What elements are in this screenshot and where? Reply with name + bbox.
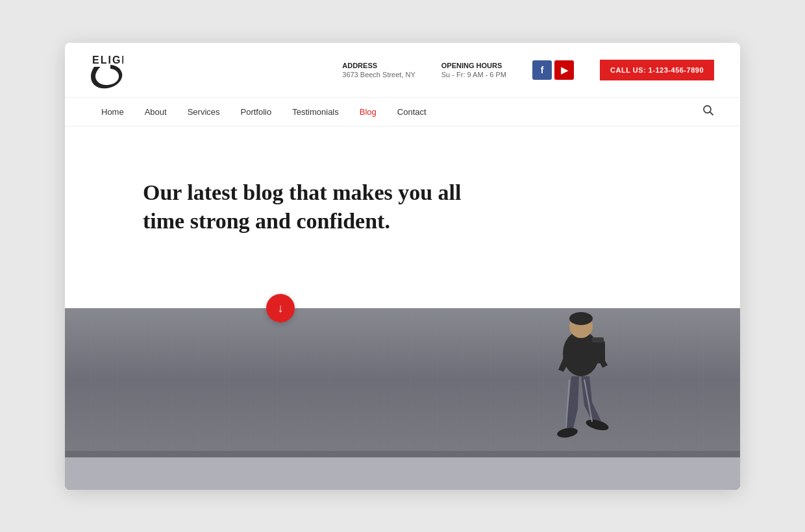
- nav-link-home[interactable]: Home: [91, 98, 134, 126]
- nav-link-contact[interactable]: Contact: [387, 98, 437, 126]
- nav-item-blog[interactable]: Blog: [349, 98, 387, 126]
- nav-link-services[interactable]: Services: [177, 98, 230, 126]
- address-label: Address: [342, 62, 415, 69]
- logo-area: ELIGHT: [91, 51, 127, 90]
- svg-rect-7: [592, 337, 604, 343]
- nav-link-portfolio[interactable]: Portfolio: [230, 98, 282, 126]
- nav-item-contact[interactable]: Contact: [387, 98, 437, 126]
- nav-item-services[interactable]: Services: [177, 98, 230, 126]
- hero-section: Our latest blog that makes you all time …: [65, 127, 740, 308]
- svg-point-5: [569, 312, 593, 325]
- logo-icon: ELIGHT: [91, 51, 123, 90]
- address-value: 3673 Beech Street, NY: [342, 71, 415, 79]
- hours-label: Opening Hours: [441, 62, 506, 69]
- nav-item-about[interactable]: About: [134, 98, 177, 126]
- nav-menu: Home About Services Portfolio Testimonia…: [91, 98, 437, 126]
- social-icons: f ▶: [532, 60, 574, 80]
- hours-block: Opening Hours Su - Fr: 9 AM - 6 PM: [441, 62, 506, 79]
- browser-window: ELIGHT Address 3673 Beech Street, NY Ope…: [65, 43, 740, 490]
- nav-link-blog[interactable]: Blog: [349, 98, 387, 126]
- svg-line-2: [710, 112, 713, 115]
- facebook-button[interactable]: f: [532, 60, 552, 80]
- search-icon[interactable]: [702, 104, 714, 119]
- navbar: Home About Services Portfolio Testimonia…: [65, 98, 740, 127]
- hours-value: Su - Fr: 9 AM - 6 PM: [441, 71, 506, 79]
- nav-link-about[interactable]: About: [134, 98, 177, 126]
- hero-image-section: [65, 308, 740, 490]
- address-block: Address 3673 Beech Street, NY: [342, 62, 415, 79]
- svg-point-8: [556, 426, 578, 439]
- scroll-down-button[interactable]: ↓: [266, 294, 295, 322]
- nav-item-home[interactable]: Home: [91, 98, 134, 126]
- arrow-down-icon: ↓: [278, 302, 284, 314]
- youtube-button[interactable]: ▶: [554, 60, 574, 80]
- hero-title: Our latest blog that makes you all time …: [143, 178, 467, 236]
- nav-item-testimonials[interactable]: Testimonials: [282, 98, 349, 126]
- person-figure: [519, 308, 649, 464]
- svg-text:ELIGHT: ELIGHT: [92, 54, 123, 66]
- nav-item-portfolio[interactable]: Portfolio: [230, 98, 282, 126]
- header-top: ELIGHT Address 3673 Beech Street, NY Ope…: [65, 43, 740, 98]
- call-button[interactable]: CALL US: 1-123-456-7890: [600, 60, 714, 80]
- nav-link-testimonials[interactable]: Testimonials: [282, 98, 349, 126]
- header-info: Address 3673 Beech Street, NY Opening Ho…: [342, 60, 714, 80]
